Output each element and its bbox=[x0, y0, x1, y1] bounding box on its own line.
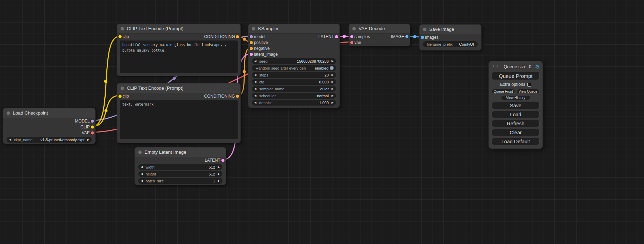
next-arrow-icon[interactable]: ▶ bbox=[332, 81, 334, 83]
wire-midpoint-dot bbox=[105, 109, 108, 112]
refresh-button[interactable]: Refresh bbox=[492, 120, 540, 127]
output-dot-conditioning[interactable] bbox=[236, 94, 239, 98]
node-empty-latent-image[interactable]: Empty Latent Image LATENT ◀ width 512 ▶ … bbox=[134, 147, 226, 185]
extra-options-row: Extra options bbox=[492, 82, 540, 87]
prev-arrow-icon[interactable]: ◀ bbox=[254, 88, 256, 90]
next-arrow-icon[interactable]: ▶ bbox=[332, 60, 334, 63]
input-dot-negative[interactable] bbox=[250, 47, 253, 50]
output-dot-clip[interactable] bbox=[91, 125, 94, 128]
next-arrow-icon[interactable]: ▶ bbox=[332, 101, 334, 104]
widget-width[interactable]: ◀ width 512 ▶ bbox=[138, 164, 222, 170]
widget-height[interactable]: ◀ height 512 ▶ bbox=[138, 171, 222, 177]
prompt-textarea[interactable]: text, watermark bbox=[120, 100, 238, 139]
queue-front-button[interactable]: Queue Front bbox=[492, 89, 515, 94]
input-slot-images: images bbox=[420, 34, 481, 40]
next-arrow-icon[interactable]: ▶ bbox=[218, 166, 220, 169]
output-slot-latent: LATENT bbox=[135, 157, 226, 163]
queue-prompt-button[interactable]: Queue Prompt bbox=[492, 72, 540, 80]
output-dot-image[interactable] bbox=[405, 35, 408, 38]
wire-midpoint-dot bbox=[243, 70, 246, 73]
node-header[interactable]: VAE Decode bbox=[349, 24, 410, 34]
wire-midpoint-dot bbox=[243, 38, 246, 41]
input-slot-latent-image: latent_image bbox=[248, 51, 339, 57]
view-history-button[interactable]: View History bbox=[501, 95, 531, 100]
queue-size-label: Queue size: 0 bbox=[504, 64, 531, 69]
input-dot-samples[interactable] bbox=[350, 35, 353, 38]
extra-options-checkbox[interactable] bbox=[527, 83, 531, 87]
widget-scheduler[interactable]: ◀ scheduler normal ▶ bbox=[252, 93, 336, 99]
prev-arrow-icon[interactable]: ◀ bbox=[254, 81, 256, 83]
collapse-dot-icon[interactable] bbox=[138, 151, 142, 154]
input-dot-images[interactable] bbox=[421, 36, 424, 39]
queue-controls-row: Queue Front View Queue bbox=[492, 89, 540, 94]
node-header[interactable]: Load Checkpoint bbox=[3, 108, 95, 118]
collapse-dot-icon[interactable] bbox=[7, 111, 10, 115]
prev-arrow-icon[interactable]: ◀ bbox=[254, 94, 256, 97]
node-header[interactable]: Empty Latent Image bbox=[135, 147, 226, 157]
collapse-dot-icon[interactable] bbox=[423, 28, 426, 31]
node-title: Load Checkpoint bbox=[13, 110, 48, 116]
widget-batch-size[interactable]: ◀ batch_size 1 ▶ bbox=[138, 178, 222, 184]
node-title: CLIP Text Encode (Prompt) bbox=[127, 85, 184, 91]
node-load-checkpoint[interactable]: Load Checkpoint MODEL CLIP VAE ◀ ckpt_na… bbox=[3, 108, 96, 144]
output-dot-latent[interactable] bbox=[221, 159, 224, 162]
next-arrow-icon[interactable]: ▶ bbox=[218, 173, 220, 175]
save-button[interactable]: Save bbox=[492, 102, 540, 109]
prev-arrow-icon[interactable]: ◀ bbox=[254, 60, 256, 63]
toggle-knob[interactable] bbox=[330, 66, 334, 70]
output-dot-model[interactable] bbox=[91, 119, 94, 123]
input-dot-positive[interactable] bbox=[250, 41, 253, 44]
next-arrow-icon[interactable]: ▶ bbox=[87, 138, 89, 141]
prev-arrow-icon[interactable]: ◀ bbox=[254, 101, 256, 104]
node-header[interactable]: CLIP Text Encode (Prompt) bbox=[117, 83, 240, 93]
input-dot-clip[interactable] bbox=[118, 94, 122, 98]
next-arrow-icon[interactable]: ▶ bbox=[332, 88, 334, 90]
collapse-dot-icon[interactable] bbox=[121, 27, 124, 30]
node-save-image[interactable]: Save Image images filename_prefix ComfyU… bbox=[419, 24, 482, 51]
load-button[interactable]: Load bbox=[492, 111, 540, 118]
widget-seed[interactable]: ◀ seed 156680208700286 ▶ bbox=[252, 58, 336, 64]
prev-arrow-icon[interactable]: ◀ bbox=[141, 173, 143, 175]
wire-midpoint-dot bbox=[104, 80, 107, 83]
widget-filename-prefix[interactable]: filename_prefix ComfyUI bbox=[423, 41, 478, 47]
next-arrow-icon[interactable]: ▶ bbox=[332, 74, 334, 76]
widget-ckpt-name[interactable]: ◀ ckpt_name v1-5-pruned-emaonly.ckpt ▶ bbox=[7, 137, 92, 143]
settings-gear-icon[interactable]: ⚙ bbox=[535, 64, 540, 69]
slot-row-model-latent: model LATENT bbox=[248, 34, 339, 39]
drag-handle-icon[interactable]: ⋮⋮ bbox=[492, 64, 500, 69]
load-default-button[interactable]: Load Default bbox=[492, 138, 540, 145]
view-queue-button[interactable]: View Queue bbox=[517, 89, 540, 94]
node-ksampler[interactable]: KSampler model LATENT positive negative … bbox=[248, 24, 340, 108]
widget-steps[interactable]: ◀ steps 20 ▶ bbox=[252, 72, 336, 78]
prompt-textarea[interactable]: beautiful scenery nature glass bottle la… bbox=[120, 40, 238, 73]
node-clip-text-encode-negative[interactable]: CLIP Text Encode (Prompt) clip CONDITION… bbox=[117, 83, 241, 143]
input-dot-vae[interactable] bbox=[350, 41, 353, 44]
prev-arrow-icon[interactable]: ◀ bbox=[254, 74, 256, 76]
widget-sampler-name[interactable]: ◀ sampler_name euler ▶ bbox=[252, 86, 336, 92]
input-dot-latent-image[interactable] bbox=[250, 53, 253, 56]
input-dot-clip[interactable] bbox=[118, 35, 122, 38]
next-arrow-icon[interactable]: ▶ bbox=[218, 180, 220, 182]
prev-arrow-icon[interactable]: ◀ bbox=[141, 166, 143, 169]
output-dot-conditioning[interactable] bbox=[236, 35, 239, 38]
collapse-dot-icon[interactable] bbox=[121, 87, 124, 90]
collapse-dot-icon[interactable] bbox=[352, 27, 356, 30]
node-graph-canvas[interactable]: Load Checkpoint MODEL CLIP VAE ◀ ckpt_na… bbox=[0, 0, 644, 244]
next-arrow-icon[interactable]: ▶ bbox=[332, 94, 334, 97]
clear-button[interactable]: Clear bbox=[492, 129, 540, 136]
node-title: Save Image bbox=[429, 27, 454, 32]
node-header[interactable]: Save Image bbox=[420, 25, 481, 34]
node-header[interactable]: KSampler bbox=[248, 24, 339, 34]
prev-arrow-icon[interactable]: ◀ bbox=[9, 138, 11, 141]
collapse-dot-icon[interactable] bbox=[252, 27, 255, 30]
node-header[interactable]: CLIP Text Encode (Prompt) bbox=[117, 24, 240, 34]
output-dot-latent[interactable] bbox=[335, 35, 338, 38]
widget-denoise[interactable]: ◀ denoise 1.000 ▶ bbox=[252, 100, 336, 106]
output-dot-vae[interactable] bbox=[91, 131, 94, 134]
input-dot-model[interactable] bbox=[250, 35, 253, 38]
node-clip-text-encode-positive[interactable]: CLIP Text Encode (Prompt) clip CONDITION… bbox=[117, 24, 241, 76]
prev-arrow-icon[interactable]: ◀ bbox=[141, 180, 143, 182]
widget-cfg[interactable]: ◀ cfg 8.000 ▶ bbox=[252, 79, 336, 85]
node-vae-decode[interactable]: VAE Decode samples IMAGE vae bbox=[349, 24, 410, 46]
widget-random-seed-toggle[interactable]: Random seed after every gen enabled bbox=[252, 65, 336, 71]
